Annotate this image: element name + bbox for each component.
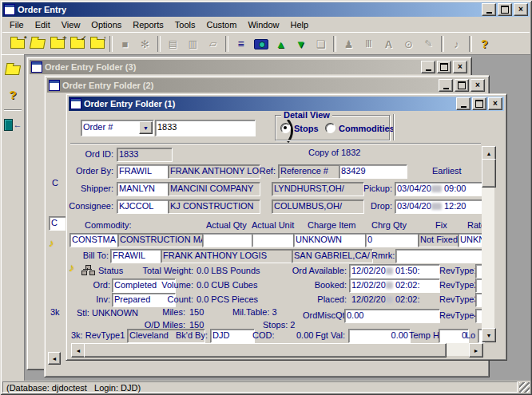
folder-add-button[interactable]: + <box>47 35 67 53</box>
close-button[interactable]: × <box>488 97 502 110</box>
folder-check-button[interactable]: ✓ <box>67 35 87 53</box>
charge-item-field[interactable]: UNKNOWN <box>293 233 368 247</box>
shipper-code-field[interactable]: MANLYN <box>117 182 169 196</box>
close-button[interactable]: × <box>453 61 467 73</box>
folder-up-button[interactable]: ↑ <box>87 35 107 53</box>
order-by-name-field[interactable]: FRANK ANTHONY LOGI <box>168 164 260 179</box>
pickup-datetime-field[interactable]: 03/04/20 09:00 <box>395 182 484 196</box>
order-number-input[interactable]: 1833 <box>155 120 256 136</box>
exit-button[interactable]: ← <box>3 114 22 135</box>
camera-button[interactable] <box>251 35 271 53</box>
rmrk-input[interactable] <box>395 249 485 263</box>
bill-to-name-field[interactable]: FRANK ANTHONY LOGIS <box>161 249 293 263</box>
music-note-icon: ♪ <box>454 38 459 50</box>
shipper-city-field[interactable]: LYNDHURST,OH/ <box>272 182 364 196</box>
commodity-name-field[interactable]: CONSTRUCTION MA <box>117 233 205 247</box>
temp-hi-field[interactable]: 0 <box>439 329 469 343</box>
consignee-code-field[interactable]: KJCCOL <box>117 199 169 214</box>
maximize-button[interactable] <box>455 79 469 92</box>
rate-field[interactable]: UNKN <box>458 233 485 247</box>
report-list-button[interactable]: ≡ <box>231 35 251 53</box>
ref-type-field[interactable]: Reference # <box>278 164 340 179</box>
menu-options[interactable]: Options <box>85 18 127 32</box>
open-folder-button[interactable] <box>3 60 22 81</box>
ord-available-field[interactable]: 12/02/20 01:50: <box>349 264 440 278</box>
columns-icon: Ⅲ <box>365 38 371 49</box>
export-button[interactable]: ▼ <box>291 35 311 53</box>
vertical-scroll-thumb[interactable] <box>482 159 496 188</box>
menu-reports[interactable]: Reports <box>127 18 169 32</box>
scroll-right-button[interactable]: ► <box>469 343 483 357</box>
radio-commodities-icon[interactable] <box>325 123 335 133</box>
booked-field[interactable]: 12/02/20 02:02: <box>349 278 440 293</box>
radio-stops-icon[interactable] <box>280 123 291 133</box>
fix-field[interactable]: Not Fixed <box>418 233 461 247</box>
minimize-button[interactable] <box>456 97 470 110</box>
sidebar-help-button[interactable]: ? <box>3 84 22 105</box>
ordmiscqty1-field[interactable]: 0.00 <box>344 309 440 323</box>
minimize-button[interactable] <box>439 79 453 92</box>
ord-id-field[interactable]: 1833 <box>117 148 173 162</box>
report-list-icon: ≡ <box>237 38 244 50</box>
menu-custom[interactable]: Custom <box>201 18 243 32</box>
chrg-qty-field[interactable]: 0 <box>365 233 421 247</box>
maximize-button[interactable] <box>437 61 451 73</box>
scroll-down-button[interactable]: ▼ <box>482 328 496 342</box>
menu-edit[interactable]: Edit <box>30 18 56 32</box>
status-bar: (Database: djdoctest Login: DJD) <box>2 381 530 393</box>
run-button[interactable]: ✻ <box>135 35 155 53</box>
ref-value-input[interactable]: 83429 <box>339 164 407 179</box>
note-next-button[interactable]: ▥ <box>183 35 203 53</box>
radio-commodities[interactable]: Commodities <box>325 123 395 133</box>
notepad-button[interactable]: ✎ <box>419 35 439 53</box>
bill-to-code-field[interactable]: FRAWIL <box>110 249 162 263</box>
minimize-button[interactable] <box>482 3 496 16</box>
music-note-button[interactable]: ♪ <box>447 35 466 53</box>
vertical-scrollbar: ▲ ▼ <box>482 146 494 341</box>
radio-stops[interactable]: Stops <box>280 123 319 133</box>
bkd-by-field[interactable]: DJD <box>210 329 255 343</box>
left-toolbar: ? ← <box>2 54 25 381</box>
minimize-button[interactable] <box>421 61 435 73</box>
menu-help[interactable]: Help <box>285 18 315 32</box>
maximize-button[interactable] <box>498 3 512 16</box>
stop-button[interactable]: ■ <box>115 35 135 53</box>
green-up-arrow-icon: ▲ <box>276 38 286 50</box>
help-icon: ? <box>9 88 16 101</box>
placed-label: Placed: <box>283 294 347 304</box>
commodity-code-field[interactable]: CONSTMA <box>69 233 121 247</box>
bill-to-city-field[interactable]: SAN GABRIEL,CA/ <box>292 249 373 263</box>
consignee-city-field[interactable]: COLUMBUS,OH/ <box>272 199 364 214</box>
menu-file[interactable]: File <box>4 18 30 32</box>
clipboard-button[interactable]: ❏ <box>311 35 331 53</box>
combo-dropdown-button[interactable]: ▼ <box>139 121 153 134</box>
maximize-button[interactable] <box>472 97 486 110</box>
note-prev-button[interactable]: ▤ <box>163 35 183 53</box>
order-by-code-field[interactable]: FRAWIL <box>117 164 169 179</box>
horizontal-scroll-thumb[interactable] <box>84 343 447 357</box>
clock-button[interactable]: ⊙ <box>399 35 419 53</box>
columns-button[interactable]: Ⅲ <box>359 35 379 53</box>
fgt-val-field[interactable]: 0.00 <box>348 329 411 343</box>
actual-unit-field[interactable] <box>252 233 296 247</box>
font-button[interactable]: A <box>379 35 399 53</box>
help-button[interactable]: ? <box>474 35 494 53</box>
menu-view[interactable]: View <box>56 18 86 32</box>
resize-grip[interactable] <box>519 382 530 393</box>
drop-datetime-field[interactable]: 03/04/20 12:20 <box>395 199 484 214</box>
workstation-button[interactable]: ♟ <box>339 35 359 53</box>
new-order-button[interactable]: * <box>7 35 27 53</box>
actual-qty-field[interactable] <box>202 233 255 247</box>
menu-window[interactable]: Window <box>242 18 284 32</box>
shipper-name-field[interactable]: MANCINI COMPANY <box>168 182 260 196</box>
open-order-button[interactable] <box>27 35 47 53</box>
consignee-name-field[interactable]: KJ CONSTRUCTION <box>168 199 260 214</box>
import-button[interactable]: ▲ <box>271 35 291 53</box>
menu-tools[interactable]: Tools <box>169 18 201 32</box>
mil-table-label: Mil.Table: <box>232 307 269 317</box>
close-button[interactable]: × <box>514 3 528 16</box>
close-button[interactable]: × <box>470 79 485 92</box>
scroll-left-button[interactable]: ◄ <box>48 352 61 365</box>
erase-button[interactable]: ▱ <box>203 35 223 53</box>
lookup-type-combo[interactable]: Order # ▼ <box>81 120 154 136</box>
